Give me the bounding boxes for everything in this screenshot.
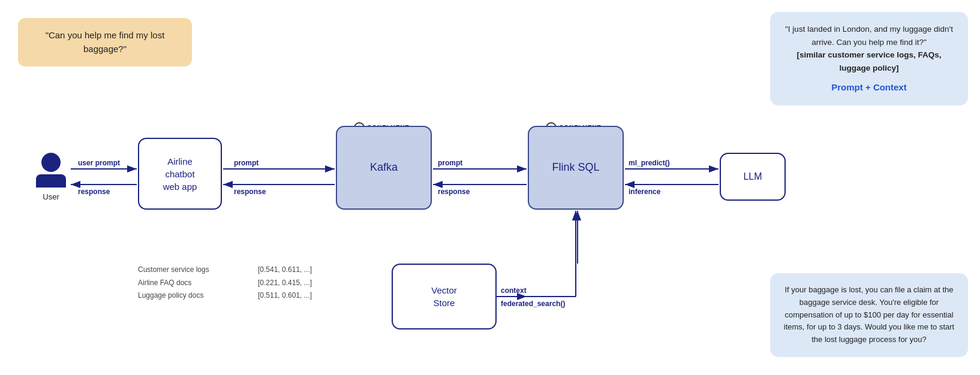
data-label-2: Airline FAQ docs — [138, 277, 209, 290]
airline-chatbot-label: Airline chatbot web app — [163, 155, 197, 193]
vector-store-node: Vector Store — [392, 264, 497, 329]
user-query-bubble: "Can you help me find my lost baggage?" — [18, 18, 192, 66]
flink-node: Flink SQL — [528, 126, 624, 210]
prompt-context-text: "I just landed in London, and my luggage… — [785, 25, 953, 47]
user-prompt-label: user prompt — [78, 159, 120, 167]
data-vectors: [0.541, 0.611, ...] [0.221, 0.415, ...] … — [258, 264, 312, 303]
response-kafka-label: response — [234, 187, 266, 196]
user-body-icon — [36, 174, 66, 187]
data-vector-1: [0.541, 0.611, ...] — [258, 264, 312, 277]
prompt-kafka-label: prompt — [234, 159, 258, 167]
prompt-context-bold: [similar customer service logs, FAQs, lu… — [797, 50, 942, 72]
prompt-flink-label: prompt — [438, 159, 462, 167]
context-label: context — [501, 286, 527, 295]
user-query-text: "Can you help me find my lost baggage?" — [46, 30, 165, 54]
llm-node: LLM — [720, 153, 786, 201]
response-flink-label: response — [438, 187, 470, 196]
federated-search-label: federated_search() — [501, 300, 565, 308]
prompt-context-bubble: "I just landed in London, and my luggage… — [770, 12, 968, 105]
flink-label: Flink SQL — [552, 160, 599, 175]
data-label-3: Luggage policy docs — [138, 289, 209, 303]
inference-label: inference — [629, 187, 660, 196]
user-label: User — [43, 192, 59, 201]
response-label-1: response — [78, 187, 110, 196]
response-text: If your baggage is lost, you can file a … — [784, 285, 954, 344]
response-bubble: If your baggage is lost, you can file a … — [770, 273, 968, 357]
prompt-label: Prompt + Context — [783, 80, 955, 95]
user-head-icon — [41, 153, 61, 172]
data-label-1: Customer service logs — [138, 264, 209, 277]
user-figure: User — [36, 153, 66, 201]
data-labels: Customer service logs Airline FAQ docs L… — [138, 264, 209, 303]
kafka-node: Kafka — [336, 126, 432, 210]
kafka-label: Kafka — [370, 160, 398, 175]
data-vector-3: [0.511, 0.601, ...] — [258, 289, 312, 303]
airline-chatbot-node: Airline chatbot web app — [138, 138, 222, 210]
data-vector-2: [0.221, 0.415, ...] — [258, 277, 312, 290]
llm-label: LLM — [743, 170, 762, 183]
diagram-container: "Can you help me find my lost baggage?" … — [0, 0, 980, 375]
vector-store-label: Vector Store — [431, 284, 457, 309]
ml-predict-label: ml_predict() — [629, 159, 670, 167]
